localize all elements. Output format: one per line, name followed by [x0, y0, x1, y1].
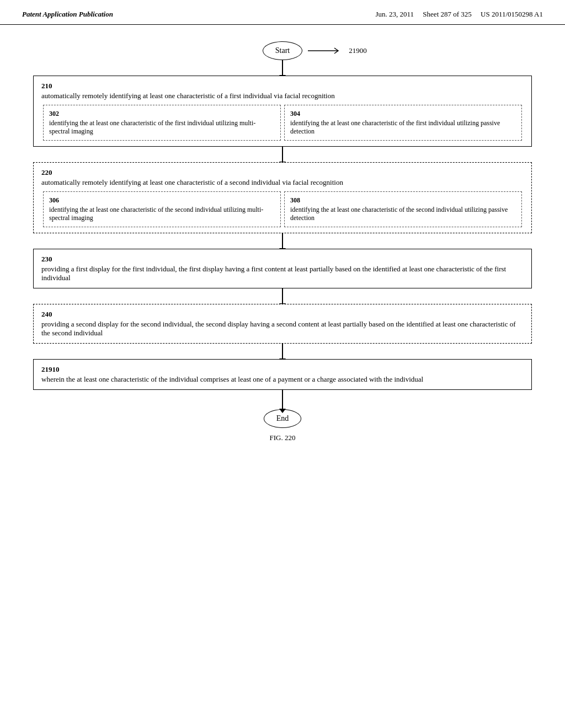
box-240-text: providing a second display for the secon… — [41, 320, 524, 338]
box-220: 220 automatically remotely identifying a… — [33, 162, 532, 233]
box-21910: 21910 wherein the at least one character… — [33, 359, 532, 390]
box-304: 304 identifying the at least one charact… — [284, 105, 522, 141]
ref-arrow-line — [308, 45, 347, 56]
box-210-text: automatically remotely identifying at le… — [41, 92, 524, 100]
connector-21910-end — [33, 390, 532, 409]
connector-240-21910 — [33, 344, 532, 359]
box-220-number: 220 — [41, 168, 524, 177]
box-210: 210 automatically remotely identifying a… — [33, 76, 532, 147]
ref-21900-container: 21900 — [308, 45, 367, 56]
page-header: Patent Application Publication Jun. 23, … — [0, 0, 565, 25]
box-240-number: 240 — [41, 310, 524, 319]
box-230-number: 230 — [41, 255, 524, 264]
inner-cols-306-308: 306 identifying the at least one charact… — [41, 191, 524, 227]
connector-230-240 — [33, 288, 532, 304]
box-230-text: providing a first display for the first … — [41, 265, 524, 282]
box-21910-number: 21910 — [41, 365, 524, 374]
date-sheet-patent: Jun. 23, 2011 Sheet 287 of 325 US 2011/0… — [376, 10, 543, 19]
box-210-number: 210 — [41, 82, 524, 90]
date: Jun. 23, 2011 — [376, 10, 414, 18]
box-302: 302 identifying the at least one charact… — [43, 105, 281, 141]
box-21910-text: wherein the at least one characteristic … — [41, 375, 524, 384]
box-308-number: 308 — [290, 196, 516, 205]
box-308: 308 identifying the at least one charact… — [284, 191, 522, 227]
start-wrapper: Start 21900 — [33, 41, 532, 60]
box-302-text: identifying the at least one characteris… — [49, 119, 275, 136]
box-304-number: 304 — [290, 110, 516, 118]
connector-210-220 — [33, 147, 532, 162]
box-306: 306 identifying the at least one charact… — [43, 191, 281, 227]
box-306-text: identifying the at least one characteris… — [49, 206, 275, 222]
connector-start-210 — [33, 60, 532, 76]
box-304-text: identifying the at least one characteris… — [290, 119, 516, 136]
box-240: 240 providing a second display for the s… — [33, 304, 532, 344]
connector-220-230 — [33, 233, 532, 249]
inner-cols-302-304: 302 identifying the at least one charact… — [41, 105, 524, 141]
patent-number: US 2011/0150298 A1 — [481, 10, 543, 18]
box-220-text: automatically remotely identifying at le… — [41, 178, 524, 187]
box-306-number: 306 — [49, 196, 275, 205]
box-302-number: 302 — [49, 110, 275, 118]
start-oval: Start — [263, 41, 302, 60]
box-308-text: identifying the at least one characteris… — [290, 206, 516, 222]
fig-label: FIG. 220 — [33, 433, 532, 442]
publication-label: Patent Application Publication — [22, 10, 113, 19]
ref-21900-label: 21900 — [349, 46, 367, 55]
sheet-info: Sheet 287 of 325 — [423, 10, 471, 18]
diagram-area: Start 21900 210 automatically remotely i… — [0, 25, 565, 464]
box-230: 230 providing a first display for the fi… — [33, 249, 532, 288]
